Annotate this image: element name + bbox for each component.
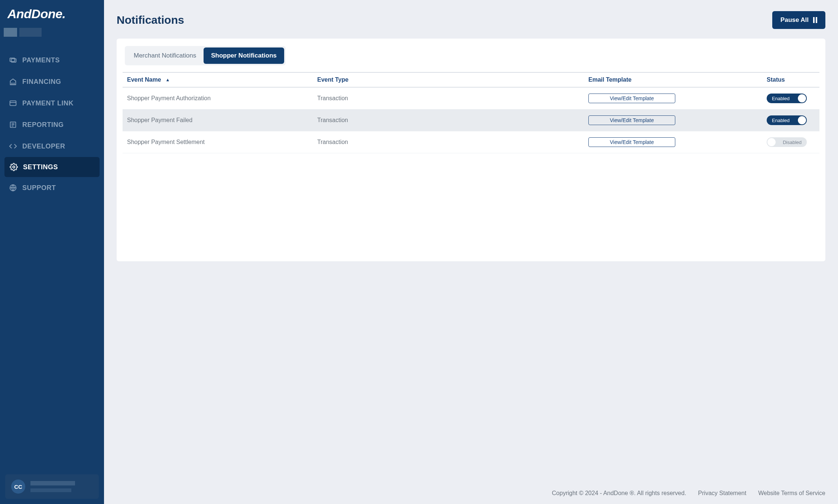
nav-label: SETTINGS <box>23 163 58 171</box>
user-avatar: CC <box>11 480 25 494</box>
status-toggle[interactable]: Enabled <box>767 115 807 125</box>
terms-link[interactable]: Website Terms of Service <box>758 490 825 497</box>
sidebar: AndDone. PAYMENTS FINANCING PAYMENT LINK… <box>0 0 104 504</box>
pause-all-label: Pause All <box>780 16 809 24</box>
nav-label: DEVELOPER <box>22 143 65 150</box>
view-edit-template-button[interactable]: View/Edit Template <box>588 137 675 147</box>
toggle-knob <box>798 116 806 124</box>
nav-label: SUPPORT <box>22 184 56 192</box>
cell-event-name: Shopper Payment Authorization <box>124 95 317 102</box>
privacy-link[interactable]: Privacy Statement <box>698 490 746 497</box>
notifications-table: Event Name ▲ Event Type Email Template S… <box>123 72 819 153</box>
col-status[interactable]: Status <box>744 76 818 83</box>
table-row: Shopper Payment Authorization Transactio… <box>123 88 819 109</box>
cell-status: Enabled <box>744 115 818 125</box>
sidebar-item-support[interactable]: SUPPORT <box>0 177 104 199</box>
payment-link-icon <box>9 99 17 107</box>
cell-template: View/Edit Template <box>588 137 744 147</box>
cell-status: Disabled <box>744 137 818 147</box>
tab-shopper-notifications[interactable]: Shopper Notifications <box>204 48 284 64</box>
notifications-panel: Merchant Notifications Shopper Notificat… <box>117 39 825 261</box>
col-event-name[interactable]: Event Name ▲ <box>124 76 317 83</box>
account-selector[interactable] <box>4 28 100 38</box>
cell-event-type: Transaction <box>317 117 588 124</box>
brand-logo: AndDone. <box>0 0 104 26</box>
svg-rect-2 <box>10 101 16 106</box>
toggle-label: Enabled <box>767 96 794 101</box>
table-row: Shopper Payment Failed Transaction View/… <box>123 109 819 131</box>
tab-merchant-notifications[interactable]: Merchant Notifications <box>126 48 204 64</box>
support-icon <box>9 184 17 192</box>
sidebar-item-payment-link[interactable]: PAYMENT LINK <box>0 92 104 114</box>
nav-label: REPORTING <box>22 121 64 129</box>
svg-point-4 <box>13 166 15 168</box>
sidebar-item-reporting[interactable]: REPORTING <box>0 114 104 135</box>
col-email-template[interactable]: Email Template <box>588 76 744 83</box>
toggle-label: Enabled <box>767 118 794 123</box>
cell-event-type: Transaction <box>317 139 588 145</box>
col-event-type[interactable]: Event Type <box>317 76 588 83</box>
view-edit-template-button[interactable]: View/Edit Template <box>588 94 675 103</box>
cell-event-name: Shopper Payment Failed <box>124 117 317 124</box>
toggle-knob <box>767 138 776 146</box>
pause-all-button[interactable]: Pause All <box>772 11 825 29</box>
developer-icon <box>9 142 17 150</box>
nav-label: PAYMENT LINK <box>22 99 74 107</box>
cell-event-type: Transaction <box>317 95 588 102</box>
sidebar-item-payments[interactable]: PAYMENTS <box>0 49 104 71</box>
sidebar-item-financing[interactable]: FINANCING <box>0 71 104 92</box>
cell-template: View/Edit Template <box>588 115 744 125</box>
financing-icon <box>9 78 17 86</box>
page-title: Notifications <box>117 14 184 26</box>
sort-asc-icon: ▲ <box>166 77 170 82</box>
copyright-text: Copyright © 2024 - AndDone ®. All rights… <box>552 490 686 497</box>
sidebar-item-settings[interactable]: SETTINGS <box>4 157 100 177</box>
status-toggle[interactable]: Enabled <box>767 94 807 103</box>
cell-status: Enabled <box>744 94 818 103</box>
sidebar-item-developer[interactable]: DEVELOPER <box>0 135 104 157</box>
sidebar-nav: PAYMENTS FINANCING PAYMENT LINK REPORTIN… <box>0 45 104 469</box>
user-card[interactable]: CC <box>5 474 99 499</box>
user-info <box>30 481 93 492</box>
toggle-label: Disabled <box>778 140 806 145</box>
status-toggle[interactable]: Disabled <box>767 137 807 147</box>
payments-icon <box>9 56 17 64</box>
toggle-knob <box>798 94 806 102</box>
cell-template: View/Edit Template <box>588 94 744 103</box>
pause-icon <box>813 17 817 23</box>
view-edit-template-button[interactable]: View/Edit Template <box>588 115 675 125</box>
page-header: Notifications Pause All <box>104 0 838 39</box>
nav-label: FINANCING <box>22 78 61 86</box>
tabs: Merchant Notifications Shopper Notificat… <box>125 46 286 65</box>
main-content: Notifications Pause All Merchant Notific… <box>104 0 838 504</box>
reporting-icon <box>9 121 17 129</box>
table-header: Event Name ▲ Event Type Email Template S… <box>123 72 819 88</box>
table-row: Shopper Payment Settlement Transaction V… <box>123 131 819 153</box>
nav-label: PAYMENTS <box>22 56 60 64</box>
settings-icon <box>10 163 18 171</box>
cell-event-name: Shopper Payment Settlement <box>124 139 317 145</box>
page-footer: Copyright © 2024 - AndDone ®. All rights… <box>104 482 838 504</box>
